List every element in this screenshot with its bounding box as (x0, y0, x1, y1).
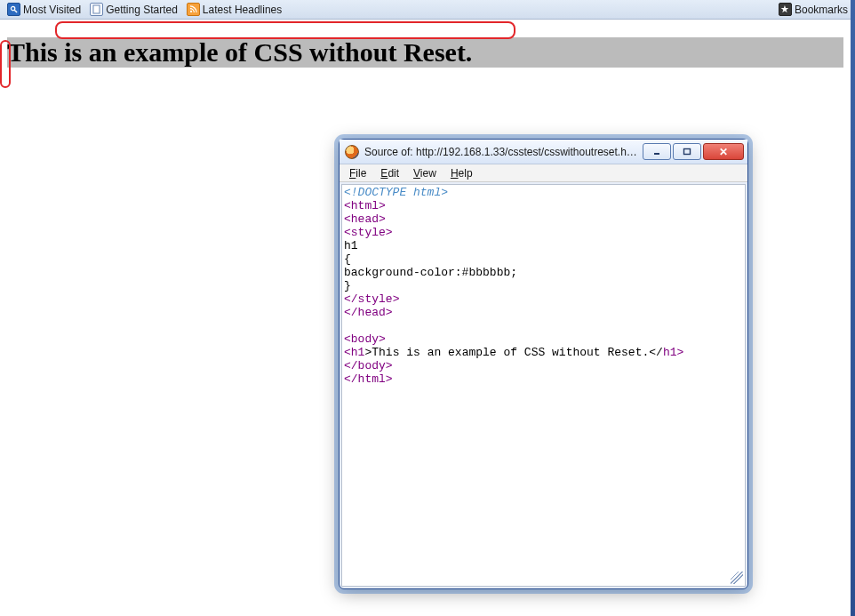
menu-help[interactable]: Help (444, 166, 479, 180)
bookmarks-toolbar: Most Visited Getting Started Latest Head… (0, 0, 855, 20)
desktop-edge (851, 0, 855, 616)
page-icon (90, 3, 103, 16)
search-icon (7, 3, 20, 16)
toolbar-item-label: Latest Headlines (203, 4, 282, 16)
svg-rect-2 (93, 5, 100, 13)
toolbar-item-getting-started[interactable]: Getting Started (86, 2, 181, 17)
source-code-view[interactable]: <!DOCTYPE html> <html> <head> <style> h1… (341, 184, 746, 587)
close-button[interactable]: ✕ (703, 143, 744, 160)
toolbar-item-label: Getting Started (106, 4, 178, 16)
svg-point-3 (190, 11, 192, 12)
toolbar-item-latest-headlines[interactable]: Latest Headlines (183, 2, 285, 17)
minimize-button[interactable] (643, 143, 671, 160)
svg-line-1 (14, 10, 17, 12)
rss-icon (187, 3, 200, 16)
window-buttons: ✕ (643, 143, 744, 160)
svg-point-0 (11, 6, 14, 10)
toolbar-item-bookmarks[interactable]: ★ Bookmarks (775, 2, 851, 17)
menu-edit[interactable]: Edit (374, 166, 405, 180)
source-window-title: Source of: http://192.168.1.33/csstest/c… (364, 146, 637, 158)
toolbar-item-label: Bookmarks (795, 4, 848, 16)
bookmark-star-icon: ★ (779, 3, 792, 16)
source-window-titlebar[interactable]: Source of: http://192.168.1.33/csstest/c… (340, 140, 747, 164)
source-window: Source of: http://192.168.1.33/csstest/c… (339, 139, 748, 589)
menu-view[interactable]: View (407, 166, 443, 180)
resize-grip-icon[interactable] (731, 572, 743, 584)
toolbar-item-label: Most Visited (23, 4, 81, 16)
svg-rect-5 (684, 148, 691, 154)
toolbar-item-most-visited[interactable]: Most Visited (4, 2, 84, 17)
menu-file[interactable]: File (343, 166, 372, 180)
source-window-menubar: File Edit View Help (340, 164, 747, 182)
page-heading: This is an example of CSS without Reset. (7, 37, 843, 68)
firefox-icon (345, 145, 359, 159)
maximize-button[interactable] (673, 143, 701, 160)
